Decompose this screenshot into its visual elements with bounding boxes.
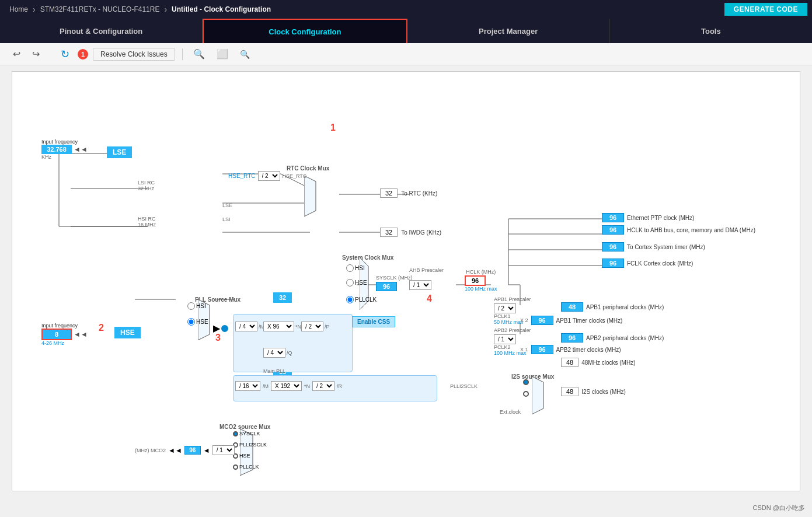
main-pll-label: Main PLL: [263, 365, 285, 375]
48mhz-output-area: 48 48MHz clocks (MHz): [561, 358, 635, 367]
mco2-radios: SYSCLK PLLI2SCLK HSE PLLCLK: [233, 431, 267, 470]
plli2s-r-select[interactable]: / 2: [312, 381, 334, 391]
tab-project[interactable]: Project Manager: [407, 19, 610, 43]
hse-freq-input[interactable]: 8: [41, 329, 72, 340]
toolbar: ↩ ↪ ↻ 1 Resolve Clock Issues 🔍 ⬜ 🔍: [0, 43, 812, 65]
pll-q-div-area: / 4/ 2/ 8 /Q: [263, 348, 292, 358]
breadcrumb-home[interactable]: Home: [5, 5, 33, 13]
pclk2-output-area: 96 APB2 peripheral clocks (MHz): [561, 333, 664, 343]
issue-counter: 1: [78, 49, 88, 60]
pll-n-mult-area: X 96X 84X 192 *N: [263, 322, 301, 331]
top-bar: Home › STM32F411RETx - NUCLEO-F411RE › U…: [0, 0, 812, 19]
sysclk-hsi-radio[interactable]: [346, 264, 354, 272]
mco2-output-area: (MHz) MCO2 ◄◄ 96 ◄ / 1/ 2/ 3: [135, 445, 235, 455]
rtc-hse-div: HSE_RTC / 2/ 3/ 4 HSE_RTC: [228, 171, 306, 181]
ahb-prescaler-area: AHB Prescaler / 1/ 2/ 4: [409, 267, 444, 290]
annotation-3: 3: [215, 333, 221, 343]
cortex-timer-value[interactable]: 96: [602, 242, 624, 251]
apb1-timer-value[interactable]: 96: [531, 316, 553, 325]
rtc-output-area: 32 To RTC (KHz): [380, 188, 437, 198]
zoom-in-button[interactable]: 🔍: [190, 47, 208, 61]
48mhz-value: 48: [561, 358, 578, 367]
lsi-rc-area: LSI RC 32 32 kHz: [138, 180, 155, 191]
ethernet-value[interactable]: 96: [602, 213, 624, 222]
rtc-32-value: 32: [380, 188, 398, 198]
lsi-line-label: LSI: [222, 213, 231, 223]
i2s-clocks-value: 48: [561, 387, 578, 396]
resolve-clock-issues-button[interactable]: Resolve Clock Issues: [93, 48, 175, 61]
lsi-value-box[interactable]: 32: [273, 292, 292, 303]
mco1-source-mux-label: MCO1 source Mux: [219, 491, 270, 491]
fit-button[interactable]: ⬜: [213, 47, 232, 61]
tab-pinout[interactable]: Pinout & Configuration: [0, 19, 203, 43]
generate-code-button[interactable]: GENERATE CODE: [724, 3, 807, 16]
pll-p-select[interactable]: / 2/ 4/ 6/ 8: [301, 322, 323, 331]
mco2-div-select[interactable]: / 1/ 2/ 3: [212, 445, 235, 455]
apb1-timer-area: X 2 96 APB1 Timer clocks (MHz): [520, 316, 622, 325]
sys-mux-radios: HSI HSE PLLCLK: [346, 264, 377, 303]
watermark: CSDN @白小吃多: [753, 504, 805, 512]
ethernet-output-area: 96 Ethernet PTP clock (MHz): [602, 213, 694, 222]
mco2-value[interactable]: 96: [184, 446, 201, 455]
pclk1-output-area: 48 APB1 peripheral clocks (MHz): [561, 302, 664, 312]
ahb-prescaler-select[interactable]: / 1/ 2/ 4: [409, 280, 431, 290]
pll-hsi-radio[interactable]: [187, 302, 195, 310]
plli2s-dividers: / 16 /M X 192 *N / 2 /R: [235, 381, 342, 391]
sysclk-hse-radio[interactable]: [346, 279, 354, 287]
breadcrumb-board[interactable]: STM32F411RETx - NUCLEO-F411RE: [36, 5, 165, 13]
pclk1-value[interactable]: 48: [561, 302, 583, 312]
pll-q-select[interactable]: / 4/ 2/ 8: [263, 348, 285, 358]
hclk-ahb-output-area: 96 HCLK to AHB bus, core, memory and DMA…: [602, 225, 755, 235]
redo-button[interactable]: ↪: [29, 47, 43, 61]
pll-n-select[interactable]: X 96X 84X 192: [263, 322, 294, 331]
svg-marker-34: [240, 491, 253, 491]
enable-css-area: Enable CSS: [352, 316, 395, 327]
pll-hse-radio[interactable]: [187, 318, 195, 326]
i2s-radios: [523, 379, 529, 397]
apb2-timer-area: X 1 96 APB2 timer clocks (MHz): [520, 345, 621, 354]
i2s-clocks-output-area: 48 I2S clocks (MHz): [561, 387, 626, 396]
undo-button[interactable]: ↩: [9, 47, 24, 61]
nav-tabs: Pinout & Configuration Clock Configurati…: [0, 19, 812, 43]
lse-freq-input[interactable]: 32.768: [41, 145, 72, 154]
i2s-mux-shape: [532, 376, 555, 414]
zoom-out-button[interactable]: 🔍: [236, 48, 253, 60]
lse-line-label: LSE: [222, 199, 232, 209]
svg-marker-32: [532, 376, 543, 414]
annotation-4: 4: [427, 294, 432, 304]
cortex-timer-output-area: 96 To Cortex System timer (MHz): [602, 242, 705, 251]
lse-box[interactable]: LSE: [107, 146, 132, 158]
rtc-hse-divider-select[interactable]: / 2/ 3/ 4: [258, 171, 280, 181]
annotation-1: 1: [330, 123, 336, 133]
hclk-ahb-value[interactable]: 96: [602, 225, 624, 235]
plli2s-n-select[interactable]: X 192: [271, 381, 302, 391]
sysclk-pllclk-radio[interactable]: [346, 296, 354, 303]
pll-m-select[interactable]: / 4/ 2/ 8: [235, 322, 257, 331]
fclk-value[interactable]: 96: [602, 258, 624, 268]
iwdg-output-area: 32 To IWDG (KHz): [380, 228, 441, 237]
hsi-rc-area: HSI RC 16 16 MHz: [138, 216, 156, 228]
sysclk-area: SYSCLK (MHz) 96: [376, 275, 413, 291]
rtc-mux-shape: [304, 176, 342, 216]
hse-input-freq-area: Input frequency 8 ◄◄ 4-26 MHz: [41, 323, 88, 346]
sysclk-value-box[interactable]: 96: [376, 282, 397, 291]
pll-source-radios: HSI HSE: [187, 302, 208, 326]
refresh-button[interactable]: ↻: [57, 47, 73, 62]
enable-css-button[interactable]: Enable CSS: [352, 316, 395, 327]
annotation-2: 2: [99, 323, 104, 333]
iwdg-32-value: 32: [380, 228, 398, 237]
pclk2-value[interactable]: 96: [561, 333, 583, 343]
apb1-prescaler-select[interactable]: / 2/ 1/ 4: [494, 303, 516, 313]
plli2sclk-label: PLLI2SCLK: [450, 380, 478, 390]
tab-clock[interactable]: Clock Configuration: [203, 19, 407, 43]
pll-m-div-area: / 4/ 2/ 8 /M: [235, 322, 264, 331]
svg-marker-29: [304, 176, 316, 216]
hse-box[interactable]: HSE: [114, 327, 141, 338]
hclk-value-box[interactable]: 96: [465, 275, 486, 286]
apb2-timer-value[interactable]: 96: [531, 345, 553, 354]
ext-clock-label: Ext.clock: [500, 406, 521, 416]
apb2-prescaler-select[interactable]: / 1/ 2/ 4: [494, 334, 516, 344]
plli2s-m-select[interactable]: / 16: [235, 381, 260, 391]
fclk-output-area: 96 FCLK Cortex clock (MHz): [602, 258, 693, 268]
tab-tools[interactable]: Tools: [610, 19, 812, 43]
